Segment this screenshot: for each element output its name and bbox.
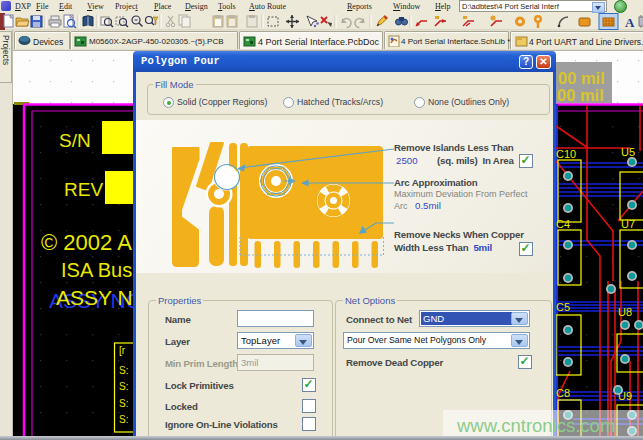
svg-text:U5: U5 [621, 146, 635, 158]
svg-text:ISA Bus: ISA Bus [61, 259, 132, 281]
svg-text:C4: C4 [556, 218, 570, 230]
svg-text:S/N: S/N [59, 130, 91, 151]
svg-text:00 mil: 00 mil [557, 86, 604, 104]
svg-text:C5: C5 [556, 301, 570, 313]
svg-text:00 mil: 00 mil [558, 69, 605, 87]
svg-text:S:: S: [119, 365, 128, 376]
svg-text:C10: C10 [556, 148, 576, 160]
svg-text:S:: S: [119, 398, 128, 409]
svg-text:U7: U7 [621, 218, 635, 230]
svg-text:U8: U8 [618, 306, 632, 318]
svg-text:A: A [625, 15, 635, 30]
svg-text:S:: S: [119, 414, 128, 425]
svg-text:REV: REV [64, 179, 103, 200]
svg-text:C8: C8 [556, 387, 570, 399]
svg-text:S:: S: [119, 381, 128, 392]
svg-text:© 2002 A: © 2002 A [41, 230, 132, 255]
svg-text:[r: [r [119, 345, 126, 356]
